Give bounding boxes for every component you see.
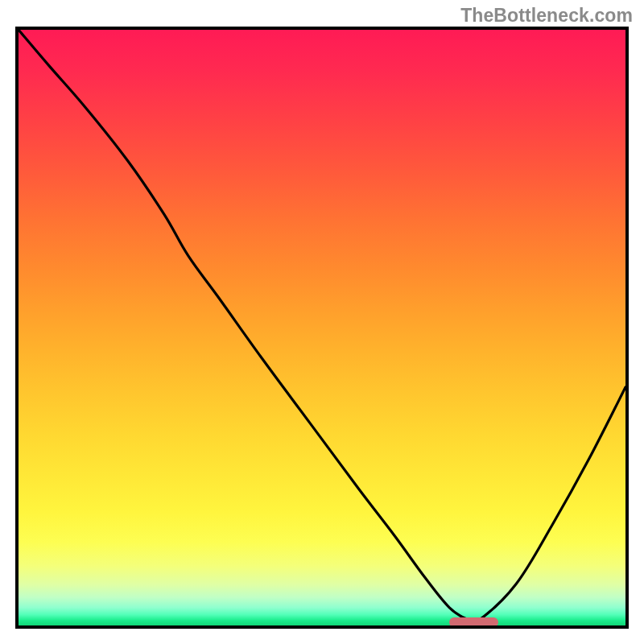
plot-frame <box>15 27 629 629</box>
bottleneck-curve <box>19 30 625 625</box>
optimal-range-marker <box>449 617 497 625</box>
watermark-text: TheBottleneck.com <box>460 5 633 27</box>
plot-area <box>19 30 625 625</box>
chart-container: TheBottleneck.com <box>0 0 644 644</box>
